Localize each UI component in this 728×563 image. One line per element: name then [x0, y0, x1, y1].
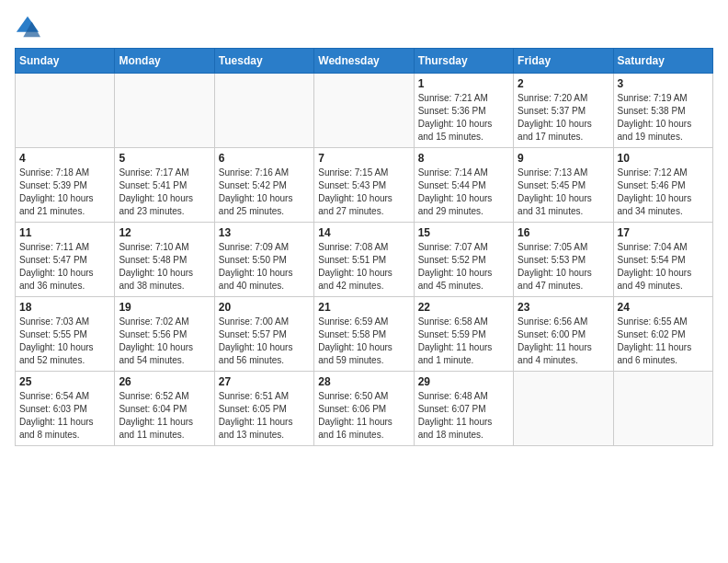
day-header-friday: Friday — [514, 49, 613, 74]
day-info: Sunrise: 7:02 AM Sunset: 5:56 PM Dayligh… — [119, 316, 210, 367]
calendar-cell: 6Sunrise: 7:16 AM Sunset: 5:42 PM Daylig… — [214, 148, 313, 223]
day-number: 26 — [119, 375, 210, 388]
day-number: 25 — [19, 375, 110, 388]
day-info: Sunrise: 6:56 AM Sunset: 6:00 PM Dayligh… — [518, 316, 609, 367]
day-info: Sunrise: 7:18 AM Sunset: 5:39 PM Dayligh… — [19, 167, 110, 218]
day-info: Sunrise: 7:20 AM Sunset: 5:37 PM Dayligh… — [518, 92, 609, 144]
day-info: Sunrise: 6:59 AM Sunset: 5:58 PM Dayligh… — [318, 316, 409, 367]
calendar-cell — [115, 74, 214, 148]
calendar-week-row: 11Sunrise: 7:11 AM Sunset: 5:47 PM Dayli… — [16, 223, 713, 297]
day-info: Sunrise: 6:50 AM Sunset: 6:06 PM Dayligh… — [318, 390, 409, 442]
day-info: Sunrise: 7:15 AM Sunset: 5:43 PM Dayligh… — [318, 167, 409, 218]
day-info: Sunrise: 6:48 AM Sunset: 6:07 PM Dayligh… — [418, 390, 509, 442]
day-info: Sunrise: 7:04 AM Sunset: 5:54 PM Dayligh… — [618, 241, 709, 293]
day-info: Sunrise: 7:16 AM Sunset: 5:42 PM Dayligh… — [219, 167, 310, 218]
calendar-cell: 11Sunrise: 7:11 AM Sunset: 5:47 PM Dayli… — [16, 223, 115, 297]
calendar-cell: 8Sunrise: 7:14 AM Sunset: 5:44 PM Daylig… — [414, 148, 513, 223]
calendar-cell — [16, 74, 115, 148]
day-info: Sunrise: 6:52 AM Sunset: 6:04 PM Dayligh… — [119, 390, 210, 442]
day-info: Sunrise: 6:55 AM Sunset: 6:02 PM Dayligh… — [618, 316, 709, 367]
calendar-cell: 13Sunrise: 7:09 AM Sunset: 5:50 PM Dayli… — [214, 223, 313, 297]
day-info: Sunrise: 6:58 AM Sunset: 5:59 PM Dayligh… — [418, 316, 509, 367]
day-info: Sunrise: 7:05 AM Sunset: 5:53 PM Dayligh… — [518, 241, 609, 293]
day-number: 23 — [518, 301, 609, 314]
logo-icon — [15, 15, 40, 40]
day-number: 10 — [618, 152, 709, 165]
day-number: 19 — [119, 301, 210, 314]
calendar-header-row: SundayMondayTuesdayWednesdayThursdayFrid… — [16, 49, 713, 74]
calendar-cell: 20Sunrise: 7:00 AM Sunset: 5:57 PM Dayli… — [214, 297, 313, 372]
day-info: Sunrise: 7:03 AM Sunset: 5:55 PM Dayligh… — [19, 316, 110, 367]
calendar-week-row: 18Sunrise: 7:03 AM Sunset: 5:55 PM Dayli… — [16, 297, 713, 372]
day-info: Sunrise: 7:19 AM Sunset: 5:38 PM Dayligh… — [618, 92, 709, 144]
day-info: Sunrise: 6:54 AM Sunset: 6:03 PM Dayligh… — [19, 390, 110, 442]
calendar-cell: 5Sunrise: 7:17 AM Sunset: 5:41 PM Daylig… — [115, 148, 214, 223]
day-info: Sunrise: 7:11 AM Sunset: 5:47 PM Dayligh… — [19, 241, 110, 293]
day-header-thursday: Thursday — [414, 49, 513, 74]
day-info: Sunrise: 7:08 AM Sunset: 5:51 PM Dayligh… — [318, 241, 409, 293]
page-header — [15, 15, 713, 40]
calendar-cell: 29Sunrise: 6:48 AM Sunset: 6:07 PM Dayli… — [414, 372, 513, 446]
calendar-cell: 10Sunrise: 7:12 AM Sunset: 5:46 PM Dayli… — [613, 148, 712, 223]
day-number: 16 — [518, 226, 609, 239]
day-info: Sunrise: 7:00 AM Sunset: 5:57 PM Dayligh… — [219, 316, 310, 367]
day-number: 22 — [418, 301, 509, 314]
calendar-cell: 4Sunrise: 7:18 AM Sunset: 5:39 PM Daylig… — [16, 148, 115, 223]
day-number: 17 — [618, 226, 709, 239]
calendar-cell: 17Sunrise: 7:04 AM Sunset: 5:54 PM Dayli… — [613, 223, 712, 297]
day-number: 13 — [219, 226, 310, 239]
day-header-saturday: Saturday — [613, 49, 712, 74]
day-number: 29 — [418, 375, 509, 388]
calendar-cell: 14Sunrise: 7:08 AM Sunset: 5:51 PM Dayli… — [314, 223, 414, 297]
day-number: 6 — [219, 152, 310, 165]
calendar-cell: 12Sunrise: 7:10 AM Sunset: 5:48 PM Dayli… — [115, 223, 214, 297]
calendar-cell: 7Sunrise: 7:15 AM Sunset: 5:43 PM Daylig… — [314, 148, 414, 223]
day-number: 7 — [318, 152, 409, 165]
day-number: 2 — [518, 77, 609, 90]
calendar-cell — [514, 372, 613, 446]
day-number: 15 — [418, 226, 509, 239]
day-header-monday: Monday — [115, 49, 214, 74]
calendar-cell: 22Sunrise: 6:58 AM Sunset: 5:59 PM Dayli… — [414, 297, 513, 372]
day-header-sunday: Sunday — [16, 49, 115, 74]
calendar-cell — [314, 74, 414, 148]
calendar-week-row: 25Sunrise: 6:54 AM Sunset: 6:03 PM Dayli… — [16, 372, 713, 446]
calendar-cell: 27Sunrise: 6:51 AM Sunset: 6:05 PM Dayli… — [214, 372, 313, 446]
day-number: 4 — [19, 152, 110, 165]
day-number: 9 — [518, 152, 609, 165]
day-header-tuesday: Tuesday — [214, 49, 313, 74]
calendar-week-row: 1Sunrise: 7:21 AM Sunset: 5:36 PM Daylig… — [16, 74, 713, 148]
day-number: 12 — [119, 226, 210, 239]
day-info: Sunrise: 6:51 AM Sunset: 6:05 PM Dayligh… — [219, 390, 310, 442]
calendar-week-row: 4Sunrise: 7:18 AM Sunset: 5:39 PM Daylig… — [16, 148, 713, 223]
day-number: 27 — [219, 375, 310, 388]
day-number: 14 — [318, 226, 409, 239]
calendar-cell: 25Sunrise: 6:54 AM Sunset: 6:03 PM Dayli… — [16, 372, 115, 446]
calendar-cell: 1Sunrise: 7:21 AM Sunset: 5:36 PM Daylig… — [414, 74, 513, 148]
calendar-cell: 18Sunrise: 7:03 AM Sunset: 5:55 PM Dayli… — [16, 297, 115, 372]
day-info: Sunrise: 7:17 AM Sunset: 5:41 PM Dayligh… — [119, 167, 210, 218]
calendar-cell: 9Sunrise: 7:13 AM Sunset: 5:45 PM Daylig… — [514, 148, 613, 223]
calendar-cell: 26Sunrise: 6:52 AM Sunset: 6:04 PM Dayli… — [115, 372, 214, 446]
day-info: Sunrise: 7:09 AM Sunset: 5:50 PM Dayligh… — [219, 241, 310, 293]
calendar-cell: 15Sunrise: 7:07 AM Sunset: 5:52 PM Dayli… — [414, 223, 513, 297]
day-number: 28 — [318, 375, 409, 388]
day-info: Sunrise: 7:07 AM Sunset: 5:52 PM Dayligh… — [418, 241, 509, 293]
day-info: Sunrise: 7:10 AM Sunset: 5:48 PM Dayligh… — [119, 241, 210, 293]
calendar-cell: 19Sunrise: 7:02 AM Sunset: 5:56 PM Dayli… — [115, 297, 214, 372]
day-number: 5 — [119, 152, 210, 165]
day-info: Sunrise: 7:21 AM Sunset: 5:36 PM Dayligh… — [418, 92, 509, 144]
calendar-cell: 21Sunrise: 6:59 AM Sunset: 5:58 PM Dayli… — [314, 297, 414, 372]
day-number: 24 — [618, 301, 709, 314]
day-number: 11 — [19, 226, 110, 239]
day-number: 21 — [318, 301, 409, 314]
calendar-cell — [613, 372, 712, 446]
calendar-cell: 16Sunrise: 7:05 AM Sunset: 5:53 PM Dayli… — [514, 223, 613, 297]
day-number: 8 — [418, 152, 509, 165]
day-number: 3 — [618, 77, 709, 90]
day-number: 20 — [219, 301, 310, 314]
day-info: Sunrise: 7:14 AM Sunset: 5:44 PM Dayligh… — [418, 167, 509, 218]
logo — [15, 15, 44, 40]
calendar-cell: 24Sunrise: 6:55 AM Sunset: 6:02 PM Dayli… — [613, 297, 712, 372]
day-info: Sunrise: 7:13 AM Sunset: 5:45 PM Dayligh… — [518, 167, 609, 218]
